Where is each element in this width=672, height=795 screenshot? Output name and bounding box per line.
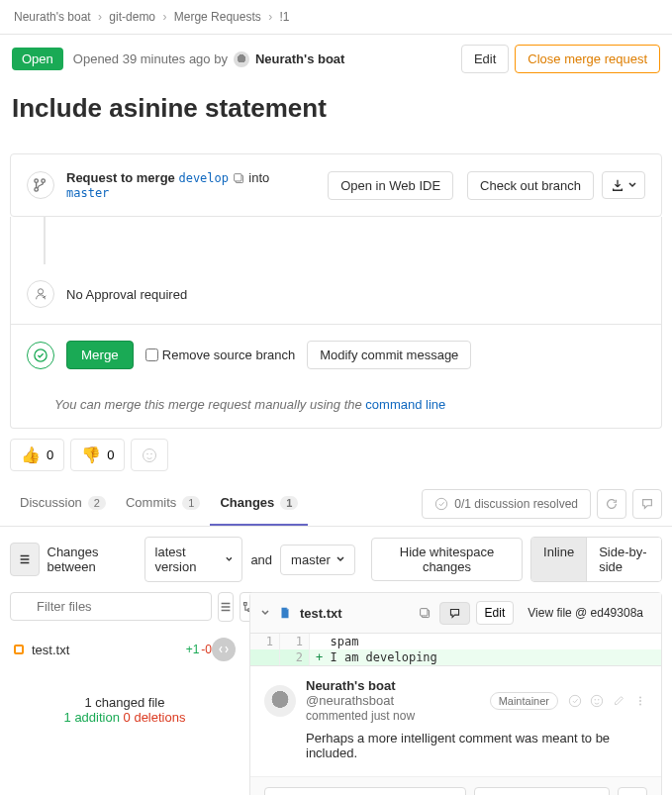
collapse-icon[interactable]	[260, 608, 270, 618]
file-status-icon	[14, 645, 24, 654]
copy-icon[interactable]	[233, 172, 245, 185]
crumb-project[interactable]: git-demo	[109, 10, 155, 24]
remove-branch-checkbox[interactable]: Remove source branch	[145, 348, 295, 362]
emoji-icon[interactable]	[590, 694, 604, 708]
edit-file-button[interactable]: Edit	[476, 601, 515, 625]
comment-handle[interactable]: @neurathsboat	[306, 693, 394, 708]
command-line-link[interactable]: command line	[365, 397, 445, 412]
resolve-discussion-button[interactable]: Resolve discussion	[474, 787, 610, 795]
edit-icon[interactable]	[612, 694, 625, 708]
tab-discussion-label: Discussion	[20, 495, 82, 510]
thumbs-down-icon: 👎	[81, 446, 101, 464]
approval-text: No Approval required	[66, 287, 187, 302]
crumb-sep: ›	[98, 10, 102, 24]
svg-rect-10	[420, 608, 427, 615]
summary-dels: 0 deletions	[124, 710, 186, 725]
resolve-icon[interactable]	[568, 694, 582, 708]
avatar	[264, 685, 296, 717]
svg-point-14	[598, 699, 599, 700]
svg-point-7	[436, 498, 447, 509]
comment-author[interactable]: Neurath's boat	[306, 678, 396, 693]
tabs-bar: Discussion 2 Commits 1 Changes 1 0/1 dis…	[0, 481, 672, 527]
svg-point-5	[147, 452, 149, 454]
diff-line: 1 1 spam	[250, 634, 661, 649]
line-content: spam	[310, 634, 661, 649]
author-name[interactable]: Neurath's boat	[255, 51, 345, 66]
version-to-dropdown[interactable]: master	[280, 545, 355, 575]
status-ok-icon	[27, 342, 54, 369]
thumbs-up-button[interactable]: 👍 0	[10, 439, 64, 471]
thumbs-down-button[interactable]: 👎 0	[70, 439, 125, 471]
file-deletions: -0	[201, 643, 212, 656]
close-mr-button[interactable]: Close merge request	[515, 45, 660, 73]
copy-path-icon[interactable]	[419, 607, 432, 620]
manual-merge-text: You can merge this merge request manuall…	[11, 385, 661, 428]
manual-text: You can merge this merge request manuall…	[54, 397, 365, 412]
request-label: Request to merge	[66, 170, 175, 185]
tab-changes[interactable]: Changes 1	[210, 481, 308, 526]
view-file-link[interactable]: View file @ ed49308a	[520, 602, 651, 624]
line-num-old	[250, 649, 280, 665]
merge-row: Request to merge develop into master	[66, 170, 316, 200]
diff-lines: 1 1 spam 2 + I am developing	[250, 634, 661, 665]
svg-point-12	[591, 695, 602, 706]
jump-discussion-button[interactable]	[632, 489, 662, 519]
open-web-ide-button[interactable]: Open in Web IDE	[328, 171, 453, 200]
merge-button[interactable]: Merge	[66, 341, 134, 369]
approval-merge-card: No Approval required Merge Remove source…	[10, 264, 662, 429]
file-icon	[278, 606, 292, 620]
svg-point-15	[639, 696, 641, 698]
tab-discussion[interactable]: Discussion 2	[10, 481, 116, 526]
svg-point-6	[151, 452, 153, 454]
list-icon	[219, 600, 233, 614]
source-branch[interactable]: develop	[178, 171, 229, 185]
refresh-button[interactable]	[597, 489, 626, 519]
line-content: + I am developing	[310, 649, 661, 665]
file-browser-toggle[interactable]	[10, 543, 40, 576]
toggle-inline[interactable]: Inline	[531, 538, 586, 581]
add-reaction-button[interactable]	[131, 439, 168, 471]
tab-commits[interactable]: Commits 1	[116, 481, 210, 526]
into-label: into	[248, 170, 269, 185]
hide-whitespace-button[interactable]: Hide whitespace changes	[371, 538, 523, 581]
toggle-comments-button[interactable]	[439, 602, 470, 625]
thumbs-up-icon: 👍	[21, 446, 41, 464]
remove-branch-input[interactable]	[145, 348, 158, 361]
summary-count: 1 changed file	[10, 695, 240, 710]
file-row[interactable]: test.txt +1 -0	[10, 632, 240, 667]
crumb-group[interactable]: Neurath's boat	[14, 10, 91, 24]
opened-text: Opened 39 minutes ago by	[73, 51, 228, 66]
toggle-sidebyside[interactable]: Side-by-side	[586, 538, 661, 581]
crumb-section[interactable]: Merge Requests	[174, 10, 261, 24]
hamburger-icon	[18, 552, 32, 566]
approval-icon	[27, 280, 54, 308]
comment-time: commented just now	[306, 709, 415, 723]
diff-panel: test.txt Edit View file @ ed49308a 1 1 s…	[249, 592, 662, 795]
version-to-label: master	[291, 552, 331, 567]
diff-line-added: 2 + I am developing	[250, 649, 661, 665]
smile-icon	[142, 447, 157, 463]
checkout-branch-button[interactable]: Check out branch	[467, 171, 594, 200]
tab-commits-label: Commits	[126, 495, 176, 510]
edit-button[interactable]: Edit	[461, 45, 509, 73]
tab-commits-count: 1	[182, 496, 200, 510]
comment-icon	[448, 607, 461, 620]
more-icon[interactable]	[633, 694, 647, 708]
list-view-button[interactable]	[218, 592, 234, 622]
jump-next-button[interactable]	[618, 787, 647, 795]
file-sidebar: test.txt +1 -0 1 changed file 1 addition…	[10, 592, 240, 725]
download-dropdown[interactable]	[602, 171, 645, 199]
reply-input[interactable]	[264, 787, 466, 795]
refresh-icon	[605, 497, 619, 511]
filter-files-input[interactable]	[10, 592, 212, 621]
svg-point-2	[38, 289, 43, 294]
thumbs-up-count: 0	[47, 447, 53, 462]
diff-area: test.txt +1 -0 1 changed file 1 addition…	[0, 592, 672, 795]
modify-commit-button[interactable]: Modify commit message	[307, 341, 471, 369]
svg-point-4	[144, 448, 156, 461]
crumb-id[interactable]: !1	[279, 10, 289, 24]
avatar	[234, 51, 249, 67]
version-from-dropdown[interactable]: latest version	[144, 537, 243, 582]
target-branch[interactable]: master	[66, 186, 109, 200]
resize-handle[interactable]	[212, 638, 236, 661]
